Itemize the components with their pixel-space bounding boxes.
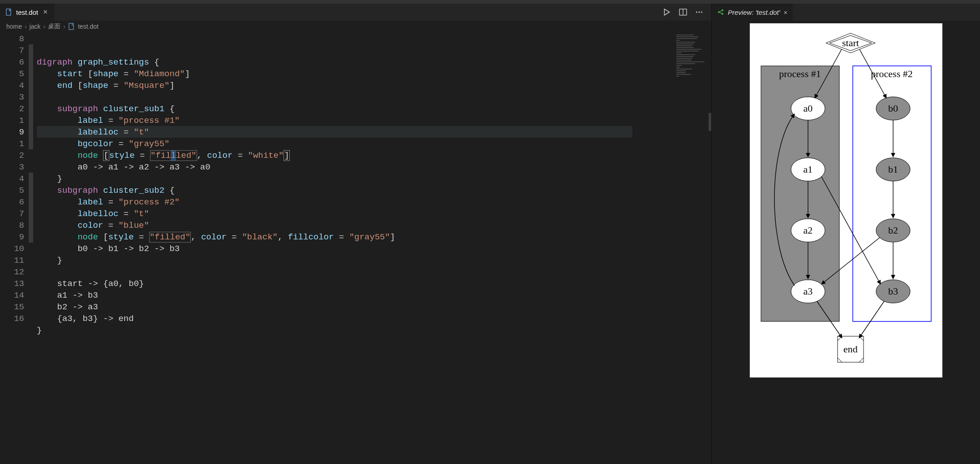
close-icon[interactable]: × (42, 9, 49, 16)
chevron-right-icon: › (63, 23, 65, 30)
svg-text:a2: a2 (803, 225, 812, 236)
svg-text:a0: a0 (803, 103, 812, 114)
svg-line-10 (720, 11, 722, 12)
svg-text:start: start (842, 37, 859, 48)
svg-text:process #2: process #2 (871, 68, 912, 79)
svg-text:b2: b2 (888, 225, 898, 236)
fold-bar (29, 32, 37, 464)
svg-text:process #1: process #1 (779, 68, 821, 79)
svg-text:end: end (843, 343, 858, 355)
split-editor-icon[interactable] (679, 8, 687, 16)
breadcrumb-seg[interactable]: jack (30, 23, 41, 30)
preview-tab-label: Preview: 'test.dot' (728, 9, 780, 16)
minimap[interactable] (671, 32, 711, 464)
svg-rect-0 (6, 9, 11, 15)
svg-point-8 (722, 9, 723, 11)
svg-point-4 (698, 11, 700, 13)
svg-point-9 (722, 13, 723, 15)
svg-text:b3: b3 (888, 286, 898, 297)
svg-text:a3: a3 (803, 286, 812, 297)
svg-text:b0: b0 (888, 103, 898, 114)
chevron-right-icon: › (25, 23, 27, 30)
breadcrumb-seg[interactable]: 桌面 (48, 22, 60, 30)
breadcrumb-file[interactable]: test.dot (78, 23, 99, 30)
tab-preview[interactable]: Preview: 'test.dot' × (712, 4, 793, 21)
editor-tabs: test.dot × (0, 4, 711, 21)
file-icon (5, 9, 13, 16)
breadcrumb-seg[interactable]: home (6, 23, 22, 30)
svg-point-3 (696, 11, 697, 13)
file-icon (68, 23, 75, 30)
graph-preview: process #1 process #2 start a0 a1 a2 (750, 23, 942, 377)
preview-pane: Preview: 'test.dot' × process #1 (711, 4, 980, 464)
close-icon[interactable]: × (784, 9, 788, 16)
share-icon (717, 9, 724, 16)
more-icon[interactable] (695, 8, 703, 16)
run-icon[interactable] (663, 8, 671, 16)
svg-point-5 (701, 11, 702, 13)
svg-rect-6 (69, 23, 73, 30)
svg-text:a1: a1 (803, 164, 812, 175)
tab-label: test.dot (16, 9, 38, 16)
minimap-slider[interactable] (709, 113, 711, 131)
chevron-right-icon: › (43, 23, 46, 30)
editor-group: test.dot × home › jack › 桌面 › test.dot (0, 4, 711, 464)
line-number-gutter: 87654321912345678910111213141516 (0, 32, 29, 464)
svg-point-7 (718, 11, 720, 13)
code-editor[interactable]: 87654321912345678910111213141516 digraph… (0, 32, 711, 464)
breadcrumbs[interactable]: home › jack › 桌面 › test.dot (0, 21, 711, 32)
svg-line-11 (720, 13, 722, 13)
window-titlebar (0, 0, 980, 4)
svg-text:b1: b1 (888, 164, 898, 175)
code-area[interactable]: digraph graph_settings { start [shape = … (37, 32, 671, 464)
tab-test-dot[interactable]: test.dot × (0, 4, 54, 21)
